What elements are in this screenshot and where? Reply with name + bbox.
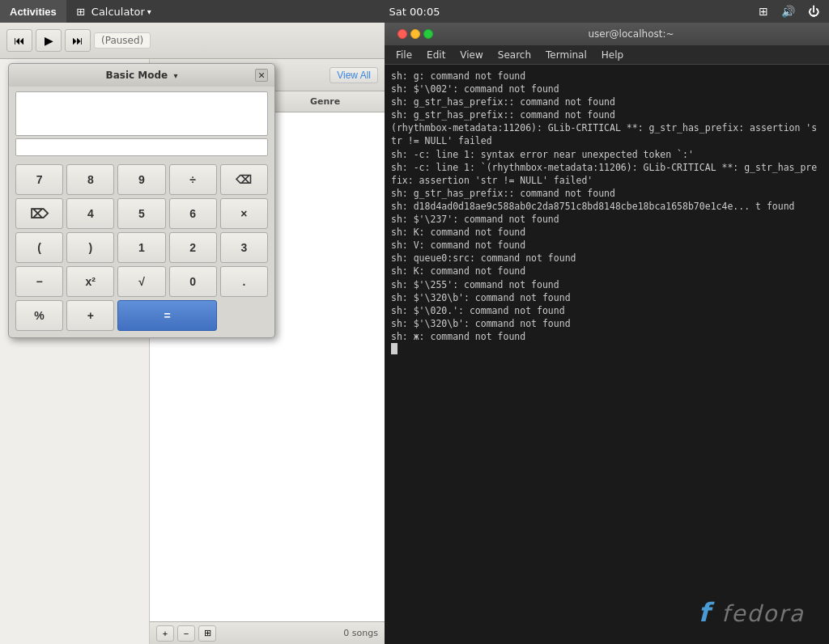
terminal-menu-help[interactable]: Help (595, 48, 630, 62)
calc-btn-close-paren[interactable]: ) (66, 232, 114, 263)
calc-display-area (9, 87, 274, 159)
calc-btn-clear[interactable]: ⌦ (15, 198, 63, 229)
terminal-line: sh: $'\237': command not found (391, 213, 823, 226)
song-count: 0 songs (343, 628, 378, 638)
network-icon[interactable]: ⊞ (755, 3, 772, 19)
desktop: Activities ⊞ Calculator ▾ Sat 00:05 ⊞ 🔊 … (0, 0, 829, 644)
terminal-titlebar: user@localhost:~ (385, 23, 829, 45)
calc-btn-8[interactable]: 8 (66, 164, 114, 195)
terminal-cursor (391, 343, 397, 354)
calc-btn-sqrt[interactable]: √ (117, 266, 165, 297)
terminal-window: user@localhost:~ File Edit View Search T… (385, 23, 829, 644)
terminal-menu-file[interactable]: File (389, 48, 419, 62)
terminal-line: sh: $'\002': command not found (391, 83, 823, 95)
terminal-line: sh: queue0:src: command not found (391, 252, 823, 265)
terminal-line: sh: K: command not found (391, 265, 823, 278)
rb-next-button[interactable]: ⏭ (65, 29, 91, 52)
terminal-line: sh: g_str_has_prefix:: command not found (391, 108, 823, 121)
topbar: Activities ⊞ Calculator ▾ Sat 00:05 ⊞ 🔊 … (0, 0, 829, 23)
calc-btn-backspace[interactable]: ⌫ (220, 164, 268, 195)
calc-btn-3[interactable]: 3 (220, 232, 268, 263)
calc-buttons: 7 8 9 ÷ ⌫ ⌦ 4 5 6 × ( ) 1 2 3 − x² √ (9, 159, 274, 337)
terminal-line: sh: d18d4ad0d18ae9c588ab0c2da8751c8bd814… (391, 200, 823, 213)
calc-btn-multiply[interactable]: × (220, 198, 268, 229)
app-menu-arrow: ▾ (147, 7, 151, 16)
calc-btn-1[interactable]: 1 (117, 232, 165, 263)
view-all-button[interactable]: View All (329, 67, 378, 83)
app-menu[interactable]: ⊞ Calculator ▾ (66, 0, 159, 23)
topbar-right: ⊞ 🔊 ⏻ (755, 3, 829, 19)
terminal-win-controls (391, 29, 440, 39)
terminal-line: sh: $'\255': command not found (391, 278, 823, 291)
calc-btn-5[interactable]: 5 (117, 198, 165, 229)
app-menu-label: Calculator (91, 6, 145, 18)
calc-btn-subtract[interactable]: − (15, 266, 63, 297)
fedora-text: fedora (721, 600, 805, 627)
calc-btn-open-paren[interactable]: ( (15, 232, 63, 263)
terminal-content: sh: g: command not foundsh: $'\002': com… (385, 65, 829, 644)
terminal-line: sh: -c: line 1: syntax error near unexpe… (391, 148, 823, 161)
terminal-close-button[interactable] (397, 29, 407, 39)
browse-button[interactable]: ⊞ (198, 625, 216, 642)
calc-main-display[interactable] (15, 91, 268, 136)
calculator-window: Basic Mode ▾ ✕ 7 8 9 ÷ ⌫ ⌦ 4 5 6 (8, 63, 275, 338)
calc-close-button[interactable]: ✕ (255, 69, 268, 82)
calculator-icon: ⊞ (74, 5, 87, 18)
calc-btn-7[interactable]: 7 (15, 164, 63, 195)
calc-btn-2[interactable]: 2 (169, 232, 217, 263)
power-icon[interactable]: ⏻ (805, 3, 823, 19)
terminal-line: sh: $'\320\b': command not found (391, 291, 823, 304)
calc-btn-4[interactable]: 4 (66, 198, 114, 229)
rb-prev-button[interactable]: ⏮ (6, 29, 32, 52)
terminal-line: (rhythmbox-metadata:11206): GLib-CRITICA… (391, 121, 823, 147)
calc-btn-decimal[interactable]: . (220, 266, 268, 297)
rhythmbox-footer: + − ⊞ 0 songs (150, 621, 385, 644)
calc-btn-6[interactable]: 6 (169, 198, 217, 229)
remove-playlist-button[interactable]: − (177, 625, 195, 642)
terminal-max-button[interactable] (423, 29, 433, 39)
calc-mode-arrow: ▾ (173, 71, 177, 80)
terminal-line: sh: g: command not found (391, 70, 823, 83)
calc-title: Basic Mode ▾ (28, 70, 255, 81)
terminal-line: sh: V: command not found (391, 239, 823, 252)
calc-btn-0[interactable]: 0 (169, 266, 217, 297)
terminal-menu-edit[interactable]: Edit (420, 48, 452, 62)
fedora-logo: f fedora (699, 597, 806, 628)
topbar-left: Activities ⊞ Calculator ▾ (0, 0, 755, 23)
genre-header: Genre (304, 95, 385, 108)
terminal-menu-search[interactable]: Search (491, 48, 538, 62)
calc-btn-add[interactable]: + (66, 300, 114, 331)
calc-btn-square[interactable]: x² (66, 266, 114, 297)
terminal-line: sh: g_str_has_prefix:: command not found (391, 187, 823, 200)
add-playlist-button[interactable]: + (156, 625, 174, 642)
rb-play-button[interactable]: ▶ (36, 29, 62, 52)
volume-icon[interactable]: 🔊 (778, 3, 798, 19)
terminal-line: sh: K: command not found (391, 226, 823, 239)
terminal-line: sh: ж: command not found (391, 330, 823, 343)
calc-btn-divide[interactable]: ÷ (169, 164, 217, 195)
calc-secondary-display (15, 138, 268, 156)
terminal-line: sh: $'\320\b': command not found (391, 317, 823, 330)
main-area: ⏮ ▶ ⏭ (Paused) ⚠ Import Errors 📻 Radio (0, 23, 829, 644)
rhythmbox-toolbar: ⏮ ▶ ⏭ (Paused) (0, 23, 385, 59)
terminal-menubar: File Edit View Search Terminal Help (385, 45, 829, 65)
rb-status: (Paused) (94, 32, 151, 49)
activities-button[interactable]: Activities (0, 0, 66, 23)
terminal-min-button[interactable] (410, 29, 420, 39)
terminal-title: user@localhost:~ (440, 28, 823, 40)
terminal-menu-view[interactable]: View (453, 48, 489, 62)
topbar-clock: Sat 00:05 (389, 6, 440, 18)
calc-btn-equals[interactable]: = (117, 300, 216, 331)
terminal-cursor-line (391, 343, 823, 358)
terminal-line: sh: -c: line 1: `(rhythmbox-metadata:112… (391, 161, 823, 187)
terminal-menu-terminal[interactable]: Terminal (539, 48, 593, 62)
calc-titlebar: Basic Mode ▾ ✕ (9, 64, 274, 87)
calc-btn-percent[interactable]: % (15, 300, 63, 331)
terminal-line: sh: $'\020.': command not found (391, 304, 823, 317)
calc-btn-9[interactable]: 9 (117, 164, 165, 195)
terminal-line: sh: g_str_has_prefix:: command not found (391, 95, 823, 108)
